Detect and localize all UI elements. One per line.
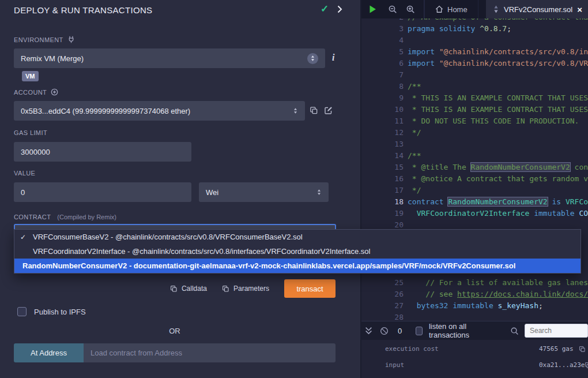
code-line[interactable]: 7 [361,69,588,81]
zoom-in-icon[interactable] [406,5,415,14]
line-number: 25 [361,277,404,289]
code-line[interactable]: 8/** [361,81,588,92]
or-divider-label: OR [169,327,180,335]
line-number: 14 [361,150,404,162]
tx-detail-row: input0xa21...a23e [385,361,586,369]
editor-tabbar: Home VRFv2Consumer.sol × [361,0,588,18]
expand-terminal-icon[interactable] [365,327,372,335]
code-text [404,312,408,321]
tx-detail-value: 47565 gas [539,345,574,353]
code-line[interactable]: 19 VRFCoordinatorV2Interface immutable C… [361,208,588,219]
close-tab-icon[interactable]: × [577,5,582,14]
parameters-label: Parameters [233,285,269,293]
line-number: 18 [361,196,404,208]
tab-home[interactable]: Home [424,0,478,18]
parameters-button[interactable]: Parameters [222,285,269,293]
publish-ipfs-checkbox[interactable] [17,307,27,316]
search-icon [510,327,519,335]
at-address-input[interactable] [84,343,336,362]
tx-detail-row: execution cost47565 gas [385,345,586,353]
account-select[interactable]: 0x5B3...eddC4 (99.99999999999997374068 e… [14,101,305,121]
code-line[interactable]: 3pragma solidity ^0.8.7; [361,23,588,35]
contract-option[interactable]: RandomNumberConsumerV2 - documentation-g… [14,259,581,273]
contract-option[interactable]: VRFCoordinatorV2Interface - @chainlink/c… [14,244,581,259]
plus-circle-icon[interactable] [51,88,58,96]
chevron-right-icon[interactable] [337,5,342,13]
code-line[interactable]: 4 [361,35,588,46]
info-icon[interactable]: i [332,53,334,63]
copy-icon[interactable] [585,362,588,369]
terminal-count-badge: 0 [398,327,402,335]
line-number: 7 [361,69,404,81]
check-icon: ✓ [20,233,33,241]
calldata-button[interactable]: Calldata [170,285,207,293]
code-line[interactable]: 15 * @title The RandomNumberConsumerV2 c… [361,162,588,173]
panel-title: DEPLOY & RUN TRANSACTIONS [14,5,152,15]
code-text: import "@chainlink/contracts/src/v0.8/VR… [404,58,588,69]
code-line[interactable]: 13 [361,139,588,150]
terminal-output[interactable]: execution cost47565 gasinput0xa21...a23e [361,340,588,378]
line-number: 6 [361,58,404,69]
copy-icon[interactable] [579,346,586,353]
line-number: 9 [361,92,404,104]
code-line[interactable]: 16 * @notice A contract that gets random… [361,173,588,185]
remix-ide: DEPLOY & RUN TRANSACTIONS ✓ ENVIRONMENT … [0,0,588,378]
publish-ipfs-label: Publish to IPFS [34,308,86,316]
code-line[interactable]: 28 [361,312,588,321]
vm-badge: VM [22,71,39,81]
line-number: 13 [361,139,404,150]
code-line[interactable]: 9 * THIS IS AN EXAMPLE CONTRACT THAT USE… [361,92,588,104]
value-unit-select[interactable]: Wei [199,182,329,202]
code-text: /** [404,81,421,92]
code-editor[interactable]: 2// An example of a consumer contract th… [361,18,588,321]
gas-limit-label: GAS LIMIT [14,129,47,136]
value-input[interactable] [14,182,191,202]
run-script-play-icon[interactable] [368,5,377,14]
code-line[interactable]: 2// An example of a consumer contract th… [361,18,588,23]
line-number: 3 [361,23,404,35]
code-text [404,69,408,81]
clear-console-icon[interactable] [380,327,389,335]
contract-option[interactable]: ✓VRFConsumerBaseV2 - @chainlink/contract… [14,230,581,244]
code-line[interactable]: 11 * DO NOT USE THIS CODE IN PRODUCTION. [361,115,588,127]
terminal-search-input[interactable] [525,324,588,338]
code-text: contract RandomNumberConsumerV2 is VRFCo… [404,196,588,208]
contract-label: CONTRACT [14,214,51,220]
solidity-file-icon [493,5,499,14]
code-text: * @notice A contract that gets random va… [404,173,588,185]
zoom-out-icon[interactable] [388,5,397,14]
line-number: 28 [361,312,404,321]
code-line[interactable]: 6import "@chainlink/contracts/src/v0.8/V… [361,58,588,69]
tab-file-active[interactable]: VRFv2Consumer.sol × [486,0,588,18]
edit-account-icon[interactable] [324,106,333,115]
line-number: 26 [361,289,404,300]
code-line[interactable]: 27 bytes32 immutable s_keyHash; [361,300,588,312]
value-unit: Wei [206,188,316,197]
tab-home-label: Home [447,5,468,14]
code-line[interactable]: 26 // see https://docs.chain.link/docs/v… [361,289,588,300]
code-text: /** [404,150,421,162]
contract-dropdown: ✓VRFConsumerBaseV2 - @chainlink/contract… [14,229,581,274]
compile-success-check-icon: ✓ [321,3,329,15]
code-line[interactable]: 18contract RandomNumberConsumerV2 is VRF… [361,196,588,208]
code-text [404,139,408,150]
transact-button[interactable]: transact [284,279,336,298]
code-text: // An example of a consumer contract tha… [404,18,588,23]
environment-select[interactable]: Remix VM (Merge) [14,48,325,68]
code-line[interactable]: 10 * THIS IS AN EXAMPLE CONTRACT THAT US… [361,104,588,115]
code-line[interactable]: 14/** [361,150,588,162]
listen-all-label: listen on all transactions [429,322,489,339]
contract-option-label: RandomNumberConsumerV2 - documentation-g… [22,261,515,270]
code-text: import "@chainlink/contracts/src/v0.8/in… [404,46,588,58]
at-address-button[interactable]: At Address [14,343,84,362]
code-line[interactable]: 25 // For a list of available gas lanes … [361,277,588,289]
code-text: * THIS IS AN EXAMPLE CONTRACT THAT USES … [404,104,588,115]
listen-all-checkbox[interactable] [416,327,423,335]
code-line[interactable]: 5import "@chainlink/contracts/src/v0.8/i… [361,46,588,58]
gas-limit-input[interactable] [14,142,191,162]
code-text: * DO NOT USE THIS CODE IN PRODUCTION. [404,115,579,127]
value-label: VALUE [14,170,35,177]
code-line[interactable]: 17 */ [361,185,588,196]
copy-account-icon[interactable] [310,106,318,115]
code-line[interactable]: 12 */ [361,127,588,139]
